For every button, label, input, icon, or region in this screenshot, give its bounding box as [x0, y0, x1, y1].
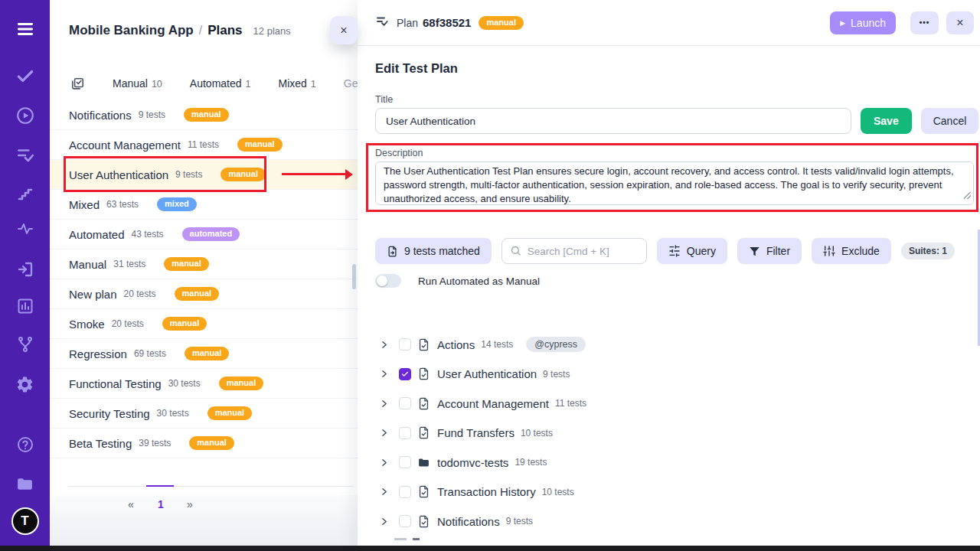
play-icon: ▶ — [840, 19, 845, 27]
plan-name: Manual — [69, 258, 106, 271]
suite-checkbox[interactable] — [399, 397, 411, 409]
plan-name: Account Management — [69, 139, 181, 152]
plan-list-item[interactable]: Functional Testing 30 tests manual — [50, 369, 358, 399]
plans-tab[interactable]: Automated 1 — [190, 77, 251, 90]
select-all-icon[interactable] — [70, 77, 85, 91]
plan-list-item[interactable]: Manual 31 tests manual — [50, 249, 358, 279]
pulse-icon[interactable] — [0, 217, 50, 240]
plans-scrollbar-thumb[interactable] — [352, 264, 356, 289]
plan-list-item[interactable]: Security Testing 30 tests manual — [50, 399, 358, 429]
runs-play-icon[interactable] — [0, 104, 50, 127]
suite-row[interactable]: Notifications 9 tests — [375, 507, 980, 536]
plan-list-item[interactable]: Regression 69 tests manual — [50, 339, 358, 369]
plan-name: Functional Testing — [69, 377, 162, 390]
bottom-bar — [0, 546, 980, 551]
suite-checkbox[interactable] — [399, 368, 411, 380]
close-panel-button[interactable]: × — [946, 11, 974, 34]
suite-name: Notifications — [437, 515, 500, 528]
plan-list-item[interactable]: Smoke 20 tests manual — [50, 309, 358, 339]
more-options-button[interactable]: ••• — [910, 11, 939, 34]
plan-list-item[interactable]: New plan 20 tests manual — [50, 279, 358, 309]
suite-row[interactable]: User Authentication 9 tests — [375, 360, 980, 390]
run-automated-toggle[interactable] — [375, 274, 401, 288]
plan-list-item[interactable]: Beta Testing 39 tests manual — [50, 429, 358, 458]
plan-name: Beta Testing — [69, 437, 132, 450]
query-button[interactable]: Query — [657, 238, 727, 264]
plan-name: Security Testing — [69, 407, 150, 420]
chevron-right-icon[interactable] — [379, 458, 389, 468]
plans-list-check-icon[interactable] — [0, 144, 50, 167]
suite-row[interactable]: Account Management 11 tests — [375, 389, 980, 419]
import-icon[interactable] — [0, 258, 50, 281]
save-button[interactable]: Save — [861, 108, 912, 134]
plan-list-item[interactable]: Notifications 9 tests manual — [50, 100, 358, 130]
project-name[interactable]: Mobile Banking App — [69, 23, 194, 38]
plans-tab[interactable]: Gener — [344, 77, 358, 90]
settings-gear-icon[interactable] — [0, 373, 50, 396]
tests-check-icon[interactable] — [0, 65, 50, 88]
search-input[interactable] — [501, 238, 647, 264]
cancel-button[interactable]: Cancel — [921, 108, 979, 134]
suite-tests-count: 10 tests — [542, 487, 574, 497]
plan-type-badge: manual — [220, 168, 266, 181]
menu-icon[interactable] — [0, 18, 50, 41]
plans-tab[interactable]: Manual 10 — [113, 77, 162, 90]
suite-checkbox[interactable] — [399, 515, 411, 527]
plan-type-badge: manual — [184, 108, 229, 122]
overlay-close-button[interactable]: × — [330, 16, 358, 44]
suite-row[interactable]: Transaction History 10 tests — [375, 478, 980, 507]
chevron-right-icon[interactable] — [379, 428, 389, 438]
tests-matched-button[interactable]: 9 tests matched — [375, 238, 492, 264]
exclude-button[interactable]: Exclude — [812, 238, 891, 264]
chevron-right-icon[interactable] — [379, 487, 389, 497]
file-check-icon — [417, 338, 430, 351]
close-icon: × — [956, 16, 963, 30]
sliders-vertical-icon — [823, 245, 835, 257]
funnel-icon — [749, 246, 760, 257]
plan-label: Plan — [397, 17, 418, 29]
page-title: Edit Test Plan — [375, 46, 980, 76]
suite-row[interactable]: Fund Transfers 10 tests — [375, 419, 980, 448]
plan-tests-count: 30 tests — [168, 378, 201, 389]
plan-type-badge: manual — [219, 377, 264, 390]
chevron-right-icon[interactable] — [379, 517, 389, 527]
plan-list-item[interactable]: Account Management 11 tests manual — [50, 130, 358, 160]
launch-button[interactable]: ▶ Launch — [830, 11, 896, 34]
suite-row[interactable]: todomvc-tests 19 tests — [375, 448, 980, 478]
suite-name: todomvc-tests — [437, 456, 508, 469]
plan-tests-count: 31 tests — [113, 259, 145, 269]
suite-type-icon — [417, 367, 430, 380]
suite-row[interactable]: Actions 14 tests @cypress — [375, 330, 980, 360]
plans-tab[interactable]: Mixed 1 — [279, 77, 316, 90]
pagination-page-1[interactable]: 1 — [158, 498, 164, 510]
projects-folder-icon[interactable] — [0, 472, 50, 495]
filter-button[interactable]: Filter — [737, 238, 802, 264]
plan-list-item[interactable]: User Authentication 9 tests manual — [50, 160, 358, 190]
description-textarea[interactable]: The User Authentication Test Plan ensure… — [375, 161, 974, 205]
steps-icon[interactable] — [0, 181, 50, 204]
chevron-right-icon[interactable] — [379, 369, 389, 379]
plan-list-item[interactable]: Automated 43 tests automated — [50, 220, 358, 249]
pagination-prev[interactable]: « — [128, 498, 134, 510]
branch-icon[interactable] — [0, 333, 50, 356]
file-check-icon — [417, 397, 430, 410]
plan-list-item[interactable]: Mixed 63 tests mixed — [50, 190, 358, 220]
reports-chart-icon[interactable] — [0, 295, 50, 318]
suite-tag-badge: @cypress — [526, 337, 586, 352]
plan-name: Smoke — [69, 318, 105, 331]
help-icon[interactable] — [0, 433, 50, 456]
plan-tests-count: 11 tests — [188, 139, 219, 150]
chevron-right-icon[interactable] — [379, 399, 389, 409]
plan-type-badge: manual — [175, 287, 220, 301]
chevron-right-icon[interactable] — [379, 340, 389, 350]
suite-checkbox[interactable] — [399, 486, 411, 498]
suite-checkbox[interactable] — [399, 456, 411, 468]
suite-checkbox[interactable] — [399, 338, 411, 350]
app-logo[interactable]: T — [0, 510, 50, 533]
title-input[interactable] — [375, 108, 851, 134]
plan-type-badge: manual — [164, 257, 209, 271]
close-icon: × — [340, 24, 347, 37]
pagination-next[interactable]: » — [187, 498, 193, 510]
suite-checkbox[interactable] — [399, 427, 411, 439]
suite-tests-count: 9 tests — [543, 369, 570, 380]
